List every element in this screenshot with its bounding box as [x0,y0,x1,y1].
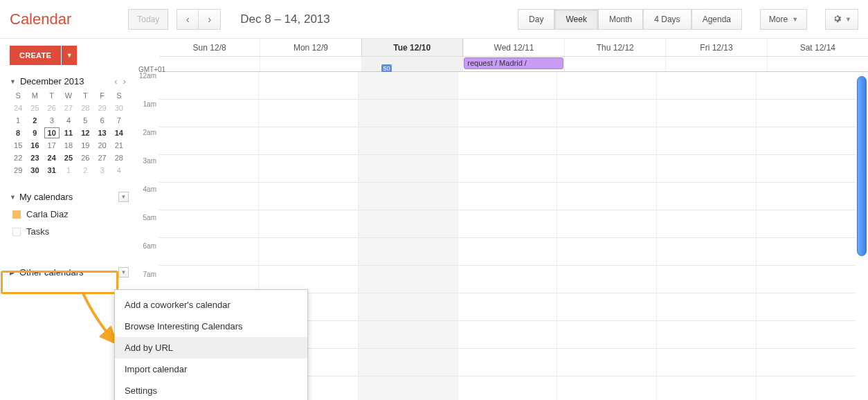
day-column[interactable] [656,72,756,400]
mini-day[interactable]: 28 [111,152,127,164]
mini-day[interactable]: 15 [10,139,26,152]
view-tab-week[interactable]: Week [554,9,597,30]
settings-button[interactable]: ▼ [825,9,858,30]
mini-day[interactable]: 25 [60,152,77,164]
mini-day[interactable]: 13 [93,127,110,139]
mini-day[interactable]: 21 [111,139,127,152]
mini-day[interactable]: 30 [26,164,43,176]
mini-day[interactable]: 24 [10,102,26,114]
view-tab-day[interactable]: Day [518,9,554,30]
view-tab-month[interactable]: Month [598,9,643,30]
allday-cell[interactable] [564,57,665,71]
day-header[interactable]: Fri 12/13 [665,39,766,56]
other-calendars-header[interactable]: ▶ Other calendars ▼ [10,267,129,278]
mini-day[interactable]: 23 [26,152,43,164]
day-header[interactable]: Thu 12/12 [564,39,665,56]
mini-day[interactable]: 1 [60,164,77,176]
mini-day[interactable]: 11 [60,127,77,139]
menu-item[interactable]: Settings [115,380,307,400]
allday-cell[interactable] [361,57,462,71]
mini-day[interactable]: 25 [26,102,43,114]
allday-cell[interactable] [767,57,868,71]
allday-cell[interactable] [159,57,260,71]
prev-button[interactable]: ‹ [177,9,199,30]
day-header[interactable]: Tue 12/10 [361,39,463,56]
chevron-down-icon[interactable]: ▼ [10,78,16,85]
app-title: Calendar [10,10,71,28]
day-column[interactable] [557,72,656,400]
mini-day[interactable]: 10 [44,127,60,139]
day-header[interactable]: Sun 12/8 [159,39,260,56]
allday-cell[interactable] [260,57,361,71]
nav-buttons: ‹ › [177,9,221,30]
mini-day[interactable]: 3 [44,114,60,127]
time-label: 1am [138,100,159,129]
create-dropdown[interactable]: ▼ [62,46,77,65]
calendar-item[interactable]: Tasks [10,226,129,237]
date-range: Dec 8 – 14, 2013 [240,12,509,26]
mini-day[interactable]: 20 [93,139,110,152]
mini-day[interactable]: 16 [26,139,43,152]
view-tab-agenda[interactable]: Agenda [691,9,742,30]
mini-day[interactable]: 1 [10,114,26,127]
mini-day[interactable]: 27 [93,152,110,164]
mini-day[interactable]: 17 [44,139,60,152]
time-label: 2am [138,129,159,157]
mini-day[interactable]: 28 [77,102,93,114]
time-label: 6am [138,242,159,271]
mini-prev[interactable]: ‹ [111,76,120,87]
mini-day[interactable]: 5 [77,114,93,127]
allday-cell[interactable] [665,57,766,71]
mini-day[interactable]: 19 [77,139,93,152]
mini-day[interactable]: 8 [10,127,26,139]
mini-day[interactable]: 12 [77,127,93,139]
mini-next[interactable]: › [120,76,129,87]
mini-day[interactable]: 7 [111,114,127,127]
calendar-item[interactable]: Carla Diaz [10,209,129,219]
mini-day[interactable]: 31 [44,164,60,176]
day-header[interactable]: Mon 12/9 [260,39,361,56]
menu-item[interactable]: Add a coworker's calendar [115,294,307,316]
mini-calendar[interactable]: SMTWTFS242526272829301234567891011121314… [10,89,127,176]
time-label: 3am [138,157,159,185]
day-header[interactable]: Sat 12/14 [767,39,868,56]
other-calendars-menu[interactable]: ▼ [118,267,129,278]
mini-day[interactable]: 9 [26,127,43,139]
menu-item[interactable]: Import calendar [115,358,307,380]
next-button[interactable]: › [199,9,221,30]
allday-event[interactable]: request / Madrid / [464,57,563,69]
mini-day[interactable]: 4 [111,164,127,176]
view-tab-4days[interactable]: 4 Days [643,9,691,30]
more-button[interactable]: More ▼ [760,9,807,30]
day-column[interactable] [756,72,856,400]
day-header[interactable]: Wed 12/11 [463,39,564,56]
mini-day[interactable]: 18 [60,139,77,152]
time-label: 4am [138,185,159,214]
mini-day[interactable]: 30 [111,102,127,114]
day-column[interactable] [358,72,458,400]
mini-day[interactable]: 29 [10,164,26,176]
mini-day[interactable]: 14 [111,127,127,139]
mini-month-label: December 2013 [20,76,111,87]
mini-day[interactable]: 22 [10,152,26,164]
mini-day[interactable]: 29 [93,102,110,114]
time-label: 12am [138,72,159,100]
mini-day[interactable]: 6 [93,114,110,127]
mini-day[interactable]: 26 [77,152,93,164]
mini-day[interactable]: 2 [26,114,43,127]
create-button[interactable]: CREATE [10,46,61,65]
mini-day[interactable]: 26 [44,102,60,114]
mini-day[interactable]: 2 [77,164,93,176]
menu-item[interactable]: Add by URL [115,337,307,358]
mini-day[interactable]: 3 [93,164,110,176]
scrollbar[interactable] [857,76,867,256]
today-button[interactable]: Today [128,9,168,30]
menu-item[interactable]: Browse Interesting Calendars [115,316,307,337]
day-column[interactable] [458,72,557,400]
my-calendars-menu[interactable]: ▼ [118,192,129,202]
mini-day[interactable]: 27 [60,102,77,114]
mini-day[interactable]: 4 [60,114,77,127]
allday-cell[interactable]: request / Madrid / [462,57,563,71]
mini-day[interactable]: 24 [44,152,60,164]
my-calendars-header[interactable]: ▼ My calendars ▼ [10,192,129,202]
